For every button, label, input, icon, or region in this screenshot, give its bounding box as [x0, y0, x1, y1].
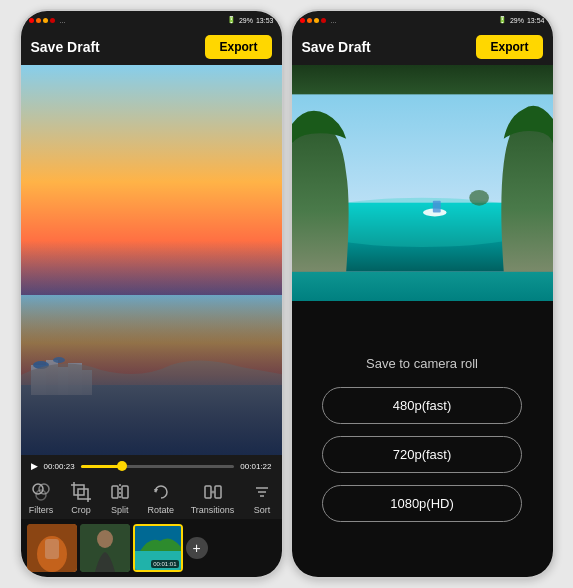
sort-icon [251, 481, 273, 503]
status-bar-left: ... 🔋 29% 13:53 [21, 11, 282, 29]
time-current: 00:00:23 [44, 462, 75, 471]
resolution-480p-button[interactable]: 480p(fast) [322, 387, 522, 424]
svg-rect-4 [58, 367, 68, 395]
phones-container: ... 🔋 29% 13:53 Save Draft Export [11, 1, 563, 587]
app-header-right: Save Draft Export [292, 29, 553, 65]
clip-thumb-1[interactable] [27, 524, 77, 572]
clip-thumb-3[interactable]: 00:01:01 [133, 524, 183, 572]
dot-r4 [321, 18, 326, 23]
progress-track[interactable] [81, 465, 235, 468]
svg-point-31 [97, 530, 113, 548]
svg-rect-38 [432, 201, 440, 213]
transitions-label: Transitions [191, 505, 235, 515]
progress-fill [81, 465, 123, 468]
resolution-1080p-button[interactable]: 1080p(HD) [322, 485, 522, 522]
progress-thumb[interactable] [117, 461, 127, 471]
toolbar-item-split[interactable]: Split [109, 481, 131, 515]
svg-point-10 [39, 484, 49, 494]
battery-icon-left: 🔋 [227, 16, 236, 24]
video-preview-right [292, 65, 553, 301]
sort-label: Sort [254, 505, 271, 515]
clip-1-svg [27, 524, 77, 572]
rotate-label: Rotate [147, 505, 174, 515]
export-overlay: Save to camera roll 480p(fast) 720p(fast… [292, 301, 553, 577]
save-to-roll-title: Save to camera roll [366, 356, 478, 371]
svg-point-11 [36, 490, 46, 500]
toolbar-item-filters[interactable]: Filters [29, 481, 54, 515]
svg-rect-23 [215, 486, 221, 498]
svg-rect-0 [21, 295, 282, 455]
battery-percent-left: 29% [239, 17, 253, 24]
split-icon [109, 481, 131, 503]
crop-icon [70, 481, 92, 503]
save-draft-right: Save Draft [302, 39, 371, 55]
dot1 [29, 18, 34, 23]
svg-rect-19 [122, 486, 128, 498]
time-right: 13:54 [527, 17, 545, 24]
svg-rect-29 [45, 539, 59, 559]
svg-rect-1 [21, 385, 282, 455]
video-bg-left [21, 65, 282, 455]
dot-r2 [307, 18, 312, 23]
ellipsis-right: ... [331, 17, 337, 24]
battery-icon-right: 🔋 [498, 16, 507, 24]
clip-bg-1 [27, 524, 77, 572]
right-phone: ... 🔋 29% 13:54 Save Draft Export [290, 9, 555, 579]
resolution-720p-button[interactable]: 720p(fast) [322, 436, 522, 473]
thailand-svg [292, 65, 553, 301]
time-left: 13:53 [256, 17, 274, 24]
clip-duration-badge: 00:01:01 [151, 560, 178, 568]
svg-rect-12 [74, 485, 84, 495]
video-bg-right [292, 65, 553, 301]
app-header-left: Save Draft Export [21, 29, 282, 65]
svg-rect-6 [82, 370, 92, 395]
filters-label: Filters [29, 505, 54, 515]
rotate-icon [150, 481, 172, 503]
dot2 [36, 18, 41, 23]
ellipsis-left: ... [60, 17, 66, 24]
video-preview-left [21, 65, 282, 455]
play-button[interactable]: ▶ [31, 461, 38, 471]
add-clip-button[interactable]: + [186, 537, 208, 559]
battery-percent-right: 29% [510, 17, 524, 24]
crop-label: Crop [71, 505, 91, 515]
transitions-icon [202, 481, 224, 503]
svg-point-39 [469, 190, 489, 206]
filters-icon [30, 481, 52, 503]
santorini-svg [21, 295, 282, 455]
time-total: 00:01:22 [240, 462, 271, 471]
status-right-right: 🔋 29% 13:54 [498, 16, 545, 24]
toolbar-item-crop[interactable]: Crop [70, 481, 92, 515]
app-dots-right: ... [300, 17, 337, 24]
svg-rect-2 [31, 365, 46, 395]
svg-rect-22 [205, 486, 211, 498]
svg-rect-3 [46, 360, 58, 395]
svg-rect-5 [68, 363, 82, 395]
toolbar: Filters Crop [21, 475, 282, 519]
save-draft-left: Save Draft [31, 39, 100, 55]
split-label: Split [111, 505, 129, 515]
add-clip-icon: + [192, 540, 200, 556]
dot-r1 [300, 18, 305, 23]
export-button-right[interactable]: Export [476, 35, 542, 59]
svg-rect-18 [112, 486, 118, 498]
toolbar-item-sort[interactable]: Sort [251, 481, 273, 515]
toolbar-item-transitions[interactable]: Transitions [191, 481, 235, 515]
export-button-left[interactable]: Export [205, 35, 271, 59]
clip-thumb-2[interactable] [80, 524, 130, 572]
status-right-left: 🔋 29% 13:53 [227, 16, 274, 24]
timeline-track: ▶ 00:00:23 00:01:22 [31, 461, 272, 471]
dot4 [50, 18, 55, 23]
clips-strip: 00:01:01 + [21, 519, 282, 577]
dot-r3 [314, 18, 319, 23]
dot3 [43, 18, 48, 23]
left-phone: ... 🔋 29% 13:53 Save Draft Export [19, 9, 284, 579]
clip-bg-2 [80, 524, 130, 572]
app-dots-left: ... [29, 17, 66, 24]
svg-point-7 [33, 361, 49, 369]
clip-2-svg [80, 524, 130, 572]
toolbar-item-rotate[interactable]: Rotate [147, 481, 174, 515]
svg-rect-13 [78, 489, 88, 499]
status-bar-right: ... 🔋 29% 13:54 [292, 11, 553, 29]
svg-point-8 [53, 357, 65, 363]
